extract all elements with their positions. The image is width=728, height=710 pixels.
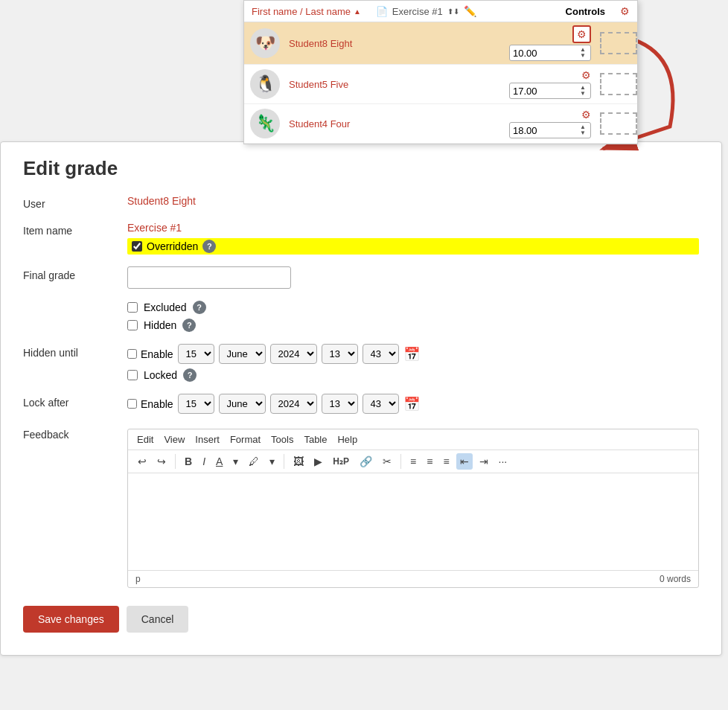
sort-spinner-icon[interactable]: ⬆⬇ — [447, 7, 459, 16]
final-grade-row: Final grade 10.00 — [23, 266, 699, 289]
excluded-checkbox[interactable] — [127, 302, 138, 313]
highlight-button[interactable]: 🖊 — [245, 453, 263, 470]
menu-tools[interactable]: Tools — [268, 432, 296, 447]
overridden-help-icon[interactable]: ? — [202, 240, 216, 253]
lock-after-enable: Enable — [127, 398, 173, 410]
user-label: User — [23, 195, 112, 210]
item-name-row: Item name Exercise #1 Overridden ? — [23, 222, 699, 255]
name-sort-label: First name / Last name — [252, 6, 351, 17]
grade-input-area: ⚙ 10.00 ▲ ▼ — [478, 22, 597, 64]
table-header: First name / Last name ▲ 📄 Exercise #1 ⬆… — [244, 1, 637, 22]
hidden-until-hour-select[interactable]: 13 — [322, 344, 358, 364]
excluded-row: Excluded ? — [127, 301, 699, 314]
lock-after-month-select[interactable]: June — [219, 394, 266, 414]
hidden-until-label: Hidden until — [23, 344, 112, 359]
undo-button[interactable]: ↩ — [134, 453, 150, 470]
grade-input[interactable]: 18.00 — [513, 125, 569, 136]
hidden-until-year-select[interactable]: 2024 — [270, 344, 317, 364]
hidden-until-datetime: Enable 15 June 2024 13 43 📅 — [127, 344, 699, 364]
overridden-checkbox[interactable] — [132, 241, 142, 252]
locked-checkbox[interactable] — [127, 370, 138, 380]
feedback-label: Feedback — [23, 426, 112, 441]
ltr-button[interactable]: ⇤ — [456, 453, 473, 470]
bold-button[interactable]: B — [181, 453, 196, 470]
spin-down-button[interactable]: ▼ — [578, 91, 587, 97]
hidden-until-day-select[interactable]: 15 — [178, 344, 214, 364]
exercise-header: 📄 Exercise #1 ⬆⬇ ✏️ — [376, 5, 476, 17]
redo-button[interactable]: ↪ — [153, 453, 170, 470]
final-grade-input[interactable]: 10.00 — [127, 266, 291, 289]
menu-edit[interactable]: Edit — [134, 432, 156, 447]
feedback-editor: Edit View Insert Format Tools Table Help… — [127, 429, 699, 588]
hidden-until-enable: Enable — [127, 348, 173, 360]
italic-button[interactable]: I — [199, 453, 209, 470]
lock-after-year-select[interactable]: 2024 — [270, 394, 317, 414]
align-right-button[interactable]: ≡ — [439, 453, 453, 470]
unlink-button[interactable]: ✂ — [379, 453, 395, 470]
lock-after-min-select[interactable]: 43 — [363, 394, 399, 414]
table-row: 🦎 Student4 Four ⚙ 18.00 ▲ ▼ — [244, 104, 637, 144]
underline-button[interactable]: A — [212, 453, 226, 470]
menu-view[interactable]: View — [161, 432, 188, 447]
separator — [400, 454, 401, 469]
grade-input-area: ⚙ 18.00 ▲ ▼ — [478, 106, 597, 141]
menu-table[interactable]: Table — [301, 432, 330, 447]
locked-label: Locked — [144, 369, 177, 381]
student-gear-button[interactable]: ⚙ — [581, 109, 591, 121]
student-name[interactable]: Student5 Five — [286, 79, 478, 90]
rtl-button[interactable]: ⇥ — [476, 453, 492, 470]
lock-after-calendar-icon[interactable]: 📅 — [403, 396, 420, 412]
doc-icon: 📄 — [376, 6, 388, 17]
spinner-buttons: ▲ ▼ — [578, 124, 587, 136]
spin-down-button[interactable]: ▼ — [578, 53, 587, 59]
hidden-until-enable-checkbox[interactable] — [127, 349, 137, 359]
calendar-icon[interactable]: 📅 — [403, 346, 420, 362]
student-name[interactable]: Student8 Eight — [286, 38, 478, 49]
editor-body[interactable] — [128, 473, 698, 570]
hidden-until-month-select[interactable]: June — [219, 344, 266, 364]
grade-input[interactable]: 17.00 — [513, 86, 569, 97]
hidden-until-min-select[interactable]: 43 — [363, 344, 399, 364]
pencil-icon[interactable]: ✏️ — [464, 5, 476, 17]
media-button[interactable]: ▶ — [310, 453, 326, 470]
align-left-button[interactable]: ≡ — [406, 453, 420, 470]
separator — [284, 454, 284, 469]
save-button[interactable]: Save changes — [23, 606, 119, 633]
item-name-value: Exercise #1 — [127, 222, 699, 234]
final-grade-label: Final grade — [23, 266, 112, 281]
align-center-button[interactable]: ≡ — [423, 453, 436, 470]
lock-after-enable-checkbox[interactable] — [127, 399, 137, 409]
highlight-dropdown-button[interactable]: ▾ — [266, 453, 278, 470]
heading-button[interactable]: H₂P — [329, 454, 353, 469]
separator — [175, 454, 176, 469]
spin-down-button[interactable]: ▼ — [578, 130, 587, 136]
grade-input-row: 18.00 ▲ ▼ — [509, 122, 591, 138]
locked-row: Locked ? — [127, 368, 699, 382]
avatar: 🐧 — [250, 69, 280, 99]
menu-format[interactable]: Format — [227, 432, 264, 447]
link-button[interactable]: 🔗 — [356, 453, 376, 470]
underline-dropdown-button[interactable]: ▾ — [229, 453, 242, 470]
student-gear-button[interactable]: ⚙ — [581, 69, 591, 81]
controls-gear-button[interactable]: ⚙ — [620, 5, 630, 17]
name-sort-button[interactable]: First name / Last name ▲ — [252, 6, 361, 17]
lock-after-day-select[interactable]: 15 — [178, 394, 214, 414]
student-gear-button[interactable]: ⚙ — [572, 25, 591, 43]
feedback-row: Feedback Edit View Insert Format Tools T… — [23, 426, 699, 588]
image-button[interactable]: 🖼 — [290, 453, 307, 470]
excluded-help-icon[interactable]: ? — [193, 301, 206, 314]
menu-insert[interactable]: Insert — [192, 432, 223, 447]
hidden-help-icon[interactable]: ? — [182, 319, 196, 332]
overridden-label-text: Overridden — [147, 240, 198, 252]
grade-input[interactable]: 10.00 — [513, 48, 569, 59]
cancel-button[interactable]: Cancel — [127, 606, 189, 633]
controls-header: Controls — [566, 6, 605, 17]
more-button[interactable]: ··· — [495, 453, 511, 470]
locked-help-icon[interactable]: ? — [183, 368, 197, 382]
student-name[interactable]: Student4 Four — [286, 118, 478, 129]
lock-after-hour-select[interactable]: 13 — [322, 394, 358, 414]
hidden-checkbox[interactable] — [127, 320, 138, 330]
menu-help[interactable]: Help — [334, 432, 360, 447]
editor-toolbar: ↩ ↪ B I A ▾ 🖊 ▾ 🖼 ▶ H₂P 🔗 ✂ ≡ — [128, 450, 698, 473]
editor-footer: p 0 words — [128, 570, 698, 587]
